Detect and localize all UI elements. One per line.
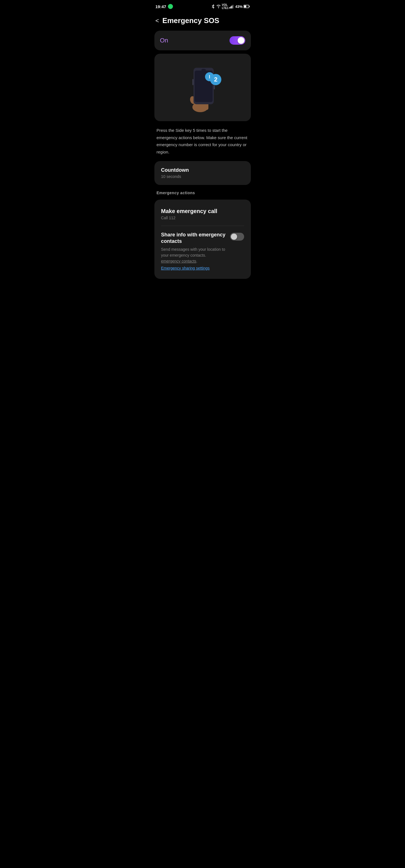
svg-rect-6	[249, 6, 250, 7]
status-icons: VOLLTE1 43%	[211, 3, 250, 9]
header: < Emergency SOS	[150, 12, 255, 31]
description-text: Press the Side key 5 times to start the …	[154, 125, 251, 158]
svg-rect-3	[231, 6, 232, 8]
page-title: Emergency SOS	[162, 16, 219, 25]
emergency-contacts-link: emergency contacts	[161, 259, 196, 264]
share-info-item: Share info with emergency contacts Send …	[161, 229, 244, 273]
make-call-title: Make emergency call	[161, 208, 244, 214]
illustration-card: I 2	[154, 54, 251, 121]
share-info-toggle-thumb	[231, 234, 237, 240]
countdown-value: 10 seconds	[161, 174, 244, 179]
make-emergency-call-item[interactable]: Make emergency call Call 112	[161, 206, 244, 222]
bottom-spacer	[154, 282, 251, 291]
svg-rect-2	[230, 6, 231, 8]
toggle-thumb	[238, 37, 244, 44]
share-info-description: Send messages with your location to your…	[161, 247, 227, 264]
status-time: 19:47	[155, 4, 166, 9]
divider	[161, 226, 244, 226]
svg-point-0	[218, 8, 219, 9]
back-button[interactable]: <	[155, 17, 159, 25]
toggle-card: On	[154, 31, 251, 50]
bluetooth-icon	[211, 4, 215, 9]
share-info-text: Share info with emergency contacts Send …	[161, 231, 227, 270]
svg-rect-19	[192, 79, 194, 85]
whatsapp-icon	[168, 4, 173, 9]
status-bar: 19:47 VOLLTE1 43%	[150, 0, 255, 12]
emergency-sharing-settings-link[interactable]: Emergency sharing settings	[161, 266, 227, 270]
status-left: 19:47	[155, 4, 173, 9]
battery-icon	[243, 5, 250, 8]
svg-rect-7	[244, 6, 246, 8]
countdown-card[interactable]: Countdown 10 seconds	[154, 161, 251, 185]
countdown-title: Countdown	[161, 167, 244, 173]
sos-toggle[interactable]	[230, 36, 245, 45]
svg-rect-4	[233, 5, 233, 8]
svg-rect-18	[214, 85, 215, 89]
svg-point-16	[201, 69, 206, 71]
battery-percentage: 43%	[235, 4, 242, 9]
main-content: On	[150, 31, 255, 291]
signal-icon	[229, 4, 234, 8]
wifi-icon	[216, 4, 221, 8]
make-call-subtitle: Call 112	[161, 216, 244, 220]
svg-text:2: 2	[214, 76, 218, 83]
emergency-actions-label: Emergency actions	[154, 188, 251, 196]
toggle-label: On	[160, 37, 168, 44]
network-label: VOLLTE1	[222, 3, 229, 9]
phone-illustration: I 2	[180, 62, 225, 113]
share-info-toggle[interactable]	[230, 233, 244, 241]
emergency-actions-card: Make emergency call Call 112 Share info …	[154, 199, 251, 279]
svg-text:I: I	[209, 74, 210, 79]
toggle-row: On	[160, 36, 245, 45]
share-info-title: Share info with emergency contacts	[161, 231, 227, 245]
svg-rect-1	[229, 7, 230, 8]
